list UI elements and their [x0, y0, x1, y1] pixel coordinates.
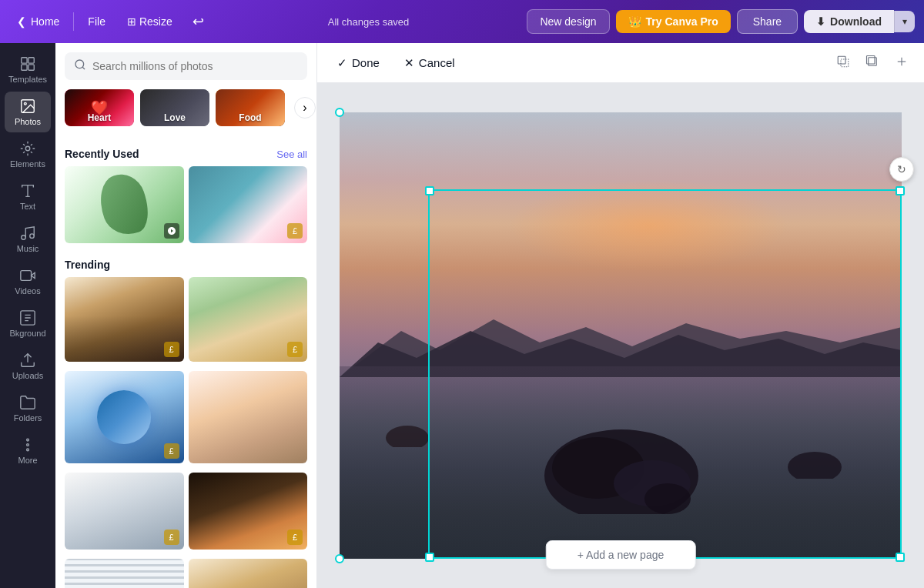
resize-button[interactable]: ⊞ Resize [119, 11, 180, 32]
sidebar-item-videos[interactable]: Videos [5, 261, 51, 302]
trending-photo-3[interactable]: £ [65, 371, 184, 463]
elements-label: Elements [10, 159, 45, 169]
svg-point-5 [24, 102, 26, 105]
main-area: Templates Photos Elements Text [0, 43, 924, 588]
svg-rect-1 [28, 58, 34, 63]
new-design-button[interactable]: New design [527, 9, 609, 34]
trending-photo-7[interactable] [65, 559, 184, 588]
sidebar-item-templates[interactable]: Templates [5, 49, 51, 90]
action-bar-icons [833, 52, 912, 74]
cancel-button[interactable]: ✕ Cancel [397, 52, 463, 75]
try-canva-button[interactable]: 👑 Try Canva Pro [616, 10, 731, 33]
new-design-label: New design [540, 15, 596, 28]
duplicate-button[interactable] [862, 52, 882, 74]
trending-photo-5[interactable]: £ [65, 473, 184, 550]
recent-photo-2[interactable]: £ [189, 166, 308, 243]
recent-photo-1[interactable] [65, 166, 184, 243]
text-label: Text [20, 202, 35, 211]
add-page-label: + Add a new page [578, 549, 665, 561]
svg-rect-3 [28, 65, 34, 70]
undo-button[interactable]: ↩ [186, 8, 210, 35]
chips-next-button[interactable]: › [294, 97, 316, 119]
canvas-content[interactable]: ↻ + Add a new page [317, 83, 924, 588]
more-icon [19, 436, 36, 453]
more-label: More [18, 456, 37, 465]
design-canvas[interactable]: ↻ [340, 112, 902, 559]
trending-photo-4[interactable] [189, 371, 308, 463]
trending-photo-2[interactable]: £ [189, 277, 308, 362]
add-button[interactable] [892, 52, 912, 74]
videos-label: Videos [15, 286, 40, 296]
chip-love-label: Love [164, 112, 186, 123]
download-button[interactable]: ⬇ Download [804, 10, 894, 33]
file-button[interactable]: File [80, 11, 113, 32]
templates-icon [19, 55, 36, 72]
templates-label: Templates [8, 75, 47, 84]
chevron-left-icon: ❮ [17, 15, 26, 28]
try-canva-label: Try Canva Pro [646, 15, 718, 28]
check-icon: ✓ [337, 56, 347, 70]
share-button[interactable]: Share [737, 9, 798, 34]
search-input[interactable] [92, 60, 298, 72]
trending-badge-3: £ [164, 443, 179, 459]
search-wrapper [65, 52, 307, 80]
copy-frame-button[interactable] [833, 52, 853, 74]
crown-icon: 👑 [628, 15, 641, 28]
sidebar-item-music[interactable]: Music [5, 219, 51, 259]
resize-label: Resize [139, 15, 172, 28]
trending-photo-6[interactable]: £ [189, 473, 308, 550]
category-chip-food[interactable]: Food [216, 89, 285, 126]
home-button[interactable]: ❮ Home [9, 11, 67, 32]
category-chip-love[interactable]: Love [140, 89, 209, 126]
chip-food-label: Food [239, 112, 261, 123]
search-icon [74, 58, 86, 74]
download-label: Download [830, 15, 882, 28]
photos-label: Photos [15, 117, 41, 126]
sidebar-item-text[interactable]: Text [5, 176, 51, 217]
trending-photo-8[interactable] [189, 559, 308, 588]
svg-point-28 [386, 426, 429, 447]
sidebar-item-background[interactable]: Bkground [5, 303, 51, 344]
canvas-area: ✓ Done ✕ Cancel [317, 43, 924, 588]
svg-point-6 [25, 146, 30, 151]
sidebar-item-more[interactable]: More [5, 430, 51, 471]
svg-rect-20 [867, 56, 875, 65]
chevron-right-icon: › [303, 101, 306, 115]
svg-point-15 [27, 449, 29, 451]
sidebar-item-elements[interactable]: Elements [5, 134, 51, 175]
svg-rect-0 [22, 58, 27, 63]
home-label: Home [31, 15, 59, 28]
done-button[interactable]: ✓ Done [330, 52, 387, 75]
svg-point-16 [75, 60, 84, 68]
trending-photo-1[interactable]: £ [65, 277, 184, 362]
canvas-scroll: ↻ + Add a new page [317, 83, 924, 588]
sidebar-item-photos[interactable]: Photos [5, 92, 51, 132]
category-chip-heart[interactable]: ❤️ Heart [65, 89, 134, 126]
category-chips: ❤️ Heart Love Food › [55, 86, 316, 132]
trending-grid-1: £ £ [65, 277, 307, 362]
sidebar-item-folders[interactable]: Folders [5, 388, 51, 429]
recently-used-section-header: Recently Used See all [65, 142, 307, 166]
chevron-down-icon: ▾ [902, 16, 907, 27]
download-icon: ⬇ [816, 15, 825, 28]
folders-label: Folders [14, 413, 42, 423]
sidebar-item-uploads[interactable]: Uploads [5, 346, 51, 386]
folders-icon [19, 394, 36, 411]
trending-badge-6: £ [287, 530, 303, 545]
trending-badge-1: £ [164, 342, 179, 357]
photos-panel: ❤️ Heart Love Food › Recently Used See a… [55, 43, 317, 588]
x-icon: ✕ [404, 56, 414, 70]
photo-badge-1 [164, 223, 179, 239]
music-icon [19, 225, 36, 242]
download-caret-button[interactable]: ▾ [894, 11, 915, 32]
background-icon [19, 309, 36, 326]
add-page-button[interactable]: + Add a new page [546, 540, 696, 570]
background-label: Bkground [9, 329, 45, 338]
nav-divider [73, 12, 74, 31]
svg-line-17 [82, 67, 85, 69]
svg-rect-19 [869, 58, 877, 66]
svg-rect-9 [21, 271, 32, 281]
see-all-link[interactable]: See all [276, 149, 307, 160]
done-label: Done [352, 56, 380, 69]
resize-icon: ⊞ [127, 15, 136, 28]
